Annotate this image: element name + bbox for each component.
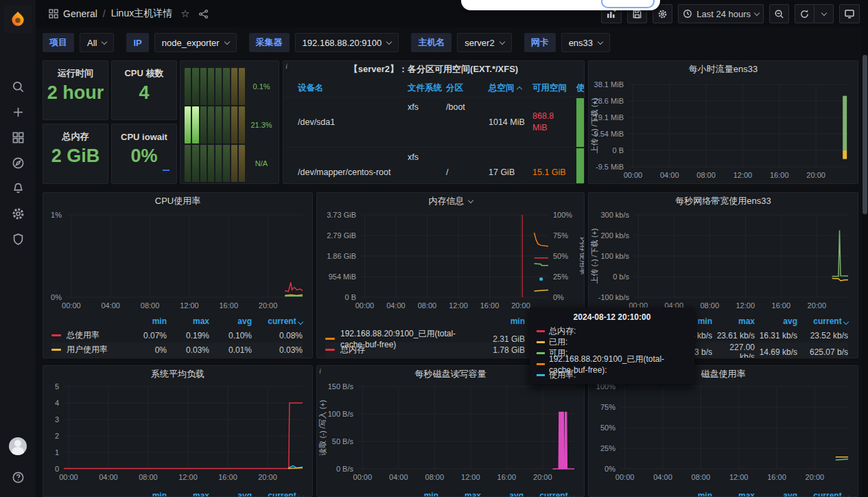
legend-col-max[interactable]: max (167, 316, 209, 326)
explore-compass-icon[interactable] (0, 150, 36, 176)
dashboard-squares-icon[interactable] (48, 8, 59, 19)
panel-cpu-usage[interactable]: CPU使用率 1%0%00:0004:0008:0012:0016:0020:0… (43, 192, 313, 358)
diskuse-chart-canvas[interactable]: 100%75%50%25%0%00:0004:0008:0012:0016:00… (589, 381, 858, 485)
legend-col-max[interactable]: max (438, 491, 481, 497)
panel-title[interactable]: 内存信息 (317, 193, 584, 209)
legend-col-current[interactable]: current (797, 316, 848, 326)
gauge-row: 0.1% (185, 68, 278, 105)
panel-total-memory[interactable]: 总内存 2 GiB (43, 124, 108, 184)
col-header-total[interactable]: 总空间 (489, 82, 532, 94)
legend-col-current[interactable]: current (524, 491, 574, 497)
share-icon[interactable] (198, 9, 209, 19)
tooltip-timestamp: 2024-08-12 20:10:00 (537, 312, 688, 322)
panel-info-icon[interactable]: i (285, 62, 288, 70)
col-header-device[interactable]: 设备名 (298, 82, 408, 94)
legend-col-max[interactable]: max (167, 491, 209, 497)
filter-value-hostname[interactable]: server2 (457, 33, 511, 52)
svg-text:08:00: 08:00 (692, 473, 711, 481)
legend-col-avg[interactable]: avg (755, 491, 797, 497)
refresh-interval-dropdown[interactable] (814, 4, 834, 23)
legend-current: 23.52 kb/s (797, 331, 848, 340)
configuration-gear-icon[interactable] (0, 201, 36, 227)
legend-col-max[interactable]: max (712, 491, 755, 497)
popup-action-button[interactable] (601, 0, 655, 8)
legend-col-current[interactable]: current (797, 491, 848, 497)
legend-col-min[interactable]: min (672, 491, 712, 497)
sidebar (0, 0, 36, 497)
filter-label-nic: 网卡 (524, 33, 556, 52)
scrollbar-thumb[interactable] (863, 55, 867, 214)
legend-col-avg[interactable]: avg (209, 316, 252, 326)
legend-header: min max avg current (597, 488, 848, 497)
col-header-fs[interactable]: 文件系统 (408, 82, 446, 94)
panel-title: CPU iowait (112, 128, 176, 145)
legend-col-avg[interactable]: avg (755, 316, 797, 326)
col-header-usage[interactable]: 使用率 (576, 82, 585, 94)
search-icon[interactable] (0, 74, 36, 100)
series-color-dash (537, 352, 545, 354)
svg-text:08:00: 08:00 (700, 301, 719, 310)
help-icon[interactable] (0, 465, 36, 490)
gauge-cell (223, 106, 229, 143)
grafana-logo[interactable] (4, 5, 32, 33)
legend-series-toggle[interactable]: 总使用率 (51, 330, 127, 341)
dashboards-icon[interactable] (0, 125, 36, 150)
panel-system-load[interactable]: 系统平均负载 54321000:0004:0008:0012:0016:0020… (43, 365, 313, 497)
legend-col-min[interactable]: min (127, 316, 167, 326)
legend-series-toggle[interactable]: 用户使用率 (51, 344, 127, 356)
legend-row: 总内存 1.78 GiB (325, 343, 525, 357)
legend-col-avg[interactable]: avg (209, 491, 252, 497)
network-chart-canvas[interactable]: 300 kb/s200 kb/s100 kb/s0 b/s-100 kb/s00… (589, 209, 858, 314)
admin-shield-icon[interactable] (0, 227, 36, 252)
load-chart-canvas[interactable]: 54321000:0004:0008:0012:0016:0020:00 (43, 381, 312, 485)
cpu-chart-canvas[interactable]: 1%0%00:0004:0008:0012:0016:0020:00 (43, 209, 312, 314)
filter-value-project[interactable]: All (80, 33, 114, 52)
user-avatar[interactable] (9, 437, 27, 455)
panel-disk-usage[interactable]: 磁盘使用率 100%75%50%25%0%00:0004:0008:0012:0… (588, 365, 858, 497)
filter-value-collector[interactable]: 192.168.88.20:9100 (295, 33, 399, 52)
svg-text:00:00: 00:00 (624, 171, 643, 179)
filter-value-ip[interactable]: node_exporter (154, 33, 237, 52)
breadcrumb-dashboard-title[interactable]: Linux主机详情 (111, 8, 172, 20)
col-header-avail[interactable]: 可用空间 (532, 82, 576, 94)
panel-uptime[interactable]: 运行时间 2 hour (43, 60, 108, 120)
panel-disk-readwrite[interactable]: i 每秒磁盘读写容量 150 B/s100 B/s50 B/s0 B/s00:0… (316, 365, 585, 497)
svg-text:100%: 100% (553, 211, 572, 219)
panel-cpu-iowait[interactable]: CPU iowait 0% (111, 124, 177, 184)
svg-text:16:00: 16:00 (767, 473, 786, 481)
create-plus-icon[interactable] (0, 100, 36, 125)
legend-col-min[interactable]: min (474, 316, 525, 326)
col-header-mount[interactable]: 分区 (446, 82, 489, 94)
legend-col-min[interactable]: min (399, 491, 438, 497)
breadcrumb-folder[interactable]: General (63, 8, 97, 19)
kiosk-mode-button[interactable] (839, 4, 860, 23)
panel-info-icon[interactable]: i (319, 367, 321, 375)
panel-hourly-traffic[interactable]: 每小时流量ens33 38.1 MiB28.6 MiB19.1 MiB9.54 … (588, 60, 858, 184)
svg-text:1: 1 (55, 448, 59, 456)
stat-value: 0% (112, 146, 176, 167)
gauge-cell (223, 68, 229, 105)
star-icon[interactable]: ☆ (180, 8, 189, 20)
filter-value-nic[interactable]: ens33 (561, 33, 610, 52)
svg-text:20:00: 20:00 (806, 171, 825, 179)
refresh-button[interactable] (795, 4, 814, 23)
legend-series-toggle[interactable]: 总内存 (325, 344, 474, 356)
legend-col-current[interactable]: current (252, 316, 303, 326)
legend-col-max[interactable]: max (712, 316, 755, 326)
time-range-picker[interactable]: Last 24 hours (678, 4, 764, 23)
panel-cpu-cores[interactable]: CPU 核数 4 (111, 60, 177, 120)
legend-col-current[interactable]: current (252, 491, 303, 497)
gauge-cells (185, 106, 245, 143)
svg-text:25%: 25% (600, 444, 615, 452)
svg-text:00:00: 00:00 (62, 301, 81, 310)
diskrw-chart-canvas[interactable]: 150 B/s100 B/s50 B/s0 B/s00:0004:0008:00… (317, 381, 584, 485)
zoom-out-button[interactable] (769, 4, 789, 23)
traffic-chart-canvas[interactable]: 38.1 MiB28.6 MiB19.1 MiB9.54 MiB0 B-9.5 … (589, 79, 858, 183)
alerting-bell-icon[interactable] (0, 176, 36, 201)
svg-text:50%: 50% (600, 424, 615, 432)
panel-cpu-bar-gauge[interactable]: 0.1% 21.3% N/A (180, 60, 279, 184)
legend-col-avg[interactable]: avg (481, 491, 524, 497)
legend-col-min[interactable]: min (127, 491, 167, 497)
memory-chart-canvas[interactable]: 3.73 GiB2.79 GiB1.86 GiB954 MiB0 B100%75… (317, 209, 584, 314)
panel-partition-table[interactable]: i 【server2】：各分区可用空间(EXT.*/XFS) 设备名 文件系统 … (283, 60, 585, 184)
